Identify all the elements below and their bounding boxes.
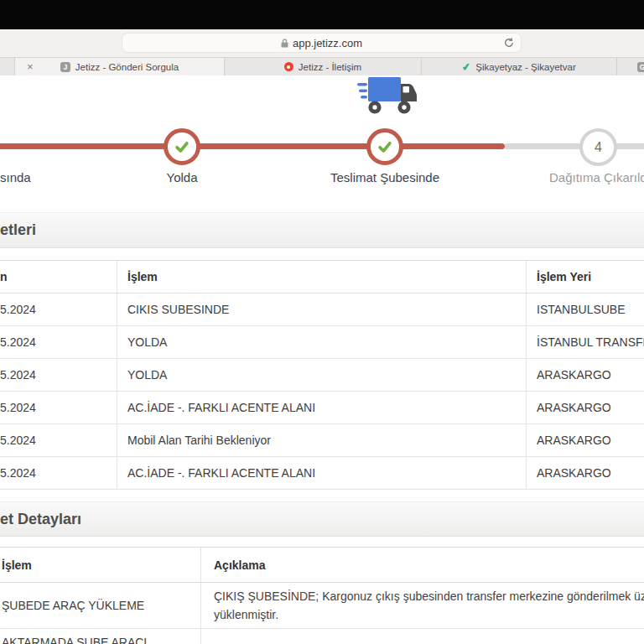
delivery-truck-icon (356, 74, 419, 116)
lock-icon (281, 39, 288, 48)
tab-sikayetvar[interactable]: ✔ Şikayetyaz - Şikayetvar (422, 58, 617, 75)
col-header-date: n (0, 261, 117, 293)
step-label-yolda: Yolda (132, 170, 232, 184)
details-section-title: et Detayları (0, 501, 644, 537)
cell-yer: ISTANBULSUBE (527, 303, 644, 316)
details-header-row: İşlem Açıklama (0, 547, 644, 583)
cell-islem: AC.İADE -. FARKLI ACENTE ALANI (117, 457, 527, 489)
map-pin-icon (284, 62, 293, 71)
step-circle-teslimat (366, 128, 403, 165)
cell-yer: ARASKARGO (527, 434, 644, 447)
cell-islem: ŞUBEDE ARAÇ YÜKLEME (0, 583, 201, 628)
cell-islem: AKTARMADA SUBE ARACI (0, 629, 201, 644)
reload-icon[interactable] (503, 37, 515, 49)
table-row: 5.2024 Mobil Alan Tarihi Bekleniyor ARAS… (0, 424, 644, 457)
step-label-teslimat: Teslimat Şubesinde (293, 170, 477, 184)
cell-yer: ARASKARGO (527, 466, 644, 480)
tab-previous-partial[interactable] (0, 58, 15, 75)
tab-gonderi-sorgula[interactable]: × J Jetizz - Gönderi Sorgula (15, 58, 225, 75)
cell-islem: YOLDA (117, 326, 527, 358)
check-icon (377, 138, 393, 155)
cell-date: 5.2024 (0, 359, 117, 391)
cell-islem: CIKIS SUBESINDE (117, 293, 527, 325)
table-row: ŞUBEDE ARAÇ YÜKLEME ÇIKIŞ ŞUBESİNDE; Kar… (0, 583, 644, 629)
cell-yer: ARASKARGO (527, 401, 644, 414)
swoosh-icon: ✔ (461, 60, 471, 73)
description-line-2: yüklenmiştir. (214, 605, 644, 624)
progress-line-pending (505, 143, 644, 149)
cell-islem: AC.İADE -. FARKLI ACENTE ALANI (117, 392, 527, 423)
step-number: 4 (595, 140, 602, 155)
cell-date: 5.2024 (0, 392, 117, 423)
movements-section-title: etleri (0, 212, 644, 248)
browser-toolbar: app.jetizz.com (0, 29, 644, 57)
details-table: İşlem Açıklama ŞUBEDE ARAÇ YÜKLEME ÇIKIŞ… (0, 547, 644, 644)
tab-partial-right[interactable]: G (617, 58, 644, 75)
table-row: 5.2024 CIKIS SUBESINDE ISTANBULSUBE (0, 293, 644, 326)
tab-title: Jetizz - İletişim (299, 62, 361, 72)
tab-bar: × J Jetizz - Gönderi Sorgula Jetizz - İl… (0, 57, 644, 75)
cell-date: 5.2024 (0, 326, 117, 358)
step-circle-yolda (164, 128, 200, 165)
step-circle-dagitim: 4 (579, 128, 617, 166)
step-label-dagitim: Dağıtıma Çıkarıldı (549, 170, 644, 184)
cell-date: 5.2024 (0, 457, 117, 489)
address-bar[interactable]: app.jetizz.com (122, 33, 522, 53)
table-row: 5.2024 AC.İADE -. FARKLI ACENTE ALANI AR… (0, 392, 644, 424)
col-header-aciklama: Açıklama (201, 558, 644, 572)
cell-aciklama: ÇIKIŞ ŞUBESİNDE; Kargonuz çıkış şubesind… (201, 587, 644, 624)
cell-date: 5.2024 (0, 293, 117, 325)
cell-islem: Mobil Alan Tarihi Bekleniyor (117, 424, 527, 456)
top-black-bar (0, 0, 644, 29)
tab-title: Şikayetyaz - Şikayetvar (475, 62, 576, 72)
col-header-islem-yeri: İşlem Yeri (527, 270, 644, 283)
jetizz-favicon: J (60, 62, 70, 72)
cell-yer: İSTANBUL TRANSFER (527, 335, 644, 349)
table-row: 5.2024 YOLDA ARASKARGO (0, 359, 644, 392)
tab-title: Jetizz - Gönderi Sorgula (75, 62, 179, 72)
address-url: app.jetizz.com (293, 37, 362, 49)
g-favicon: G (637, 62, 644, 72)
check-icon (174, 138, 190, 155)
col-header-islem: İşlem (117, 261, 527, 293)
movements-header-row: n İşlem İşlem Yeri (0, 260, 644, 293)
cell-date: 5.2024 (0, 424, 117, 456)
cell-yer: ARASKARGO (527, 368, 644, 382)
section-title-text: et Detayları (0, 511, 81, 528)
close-tab-icon[interactable]: × (27, 60, 34, 73)
screen: app.jetizz.com × J Jetizz - Gönderi Sorg… (0, 0, 644, 644)
movements-table: n İşlem İşlem Yeri 5.2024 CIKIS SUBESIND… (0, 260, 644, 490)
cell-islem: YOLDA (117, 359, 527, 391)
section-title-text: etleri (0, 221, 36, 239)
step-label-partial: sında (0, 170, 31, 184)
table-row: 5.2024 YOLDA İSTANBUL TRANSFER (0, 326, 644, 359)
tab-iletisim[interactable]: Jetizz - İletişim (225, 58, 422, 75)
col-header-islem: İşlem (0, 548, 201, 582)
table-row: AKTARMADA SUBE ARACI (0, 629, 644, 644)
table-row: 5.2024 AC.İADE -. FARKLI ACENTE ALANI AR… (0, 457, 644, 490)
progress-line-completed (0, 143, 505, 149)
description-line-1: ÇIKIŞ ŞUBESİNDE; Kargonuz çıkış şubesind… (214, 587, 644, 605)
